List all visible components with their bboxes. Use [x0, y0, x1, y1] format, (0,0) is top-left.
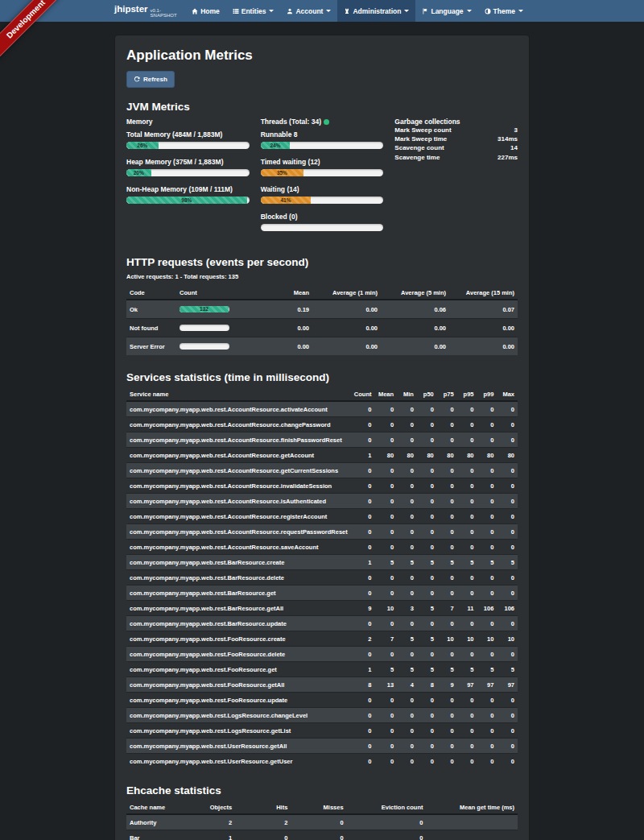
- table-cell: 0: [397, 478, 417, 494]
- column-header: Misses: [291, 801, 346, 814]
- table-cell: 97: [457, 677, 477, 693]
- service-statistics-row: com.mycompany.myapp.web.rest.BarResource…: [126, 601, 518, 616]
- table-cell: com.mycompany.myapp.web.rest.UserResourc…: [126, 739, 351, 754]
- http-table-header-row: CodeCountMeanAverage (1 min)Average (5 m…: [126, 287, 518, 300]
- gc-value: 3: [514, 126, 518, 134]
- table-cell: 11: [457, 601, 477, 616]
- column-header: Average (1 min): [312, 287, 381, 300]
- nav-item-language[interactable]: Language: [415, 0, 477, 22]
- table-cell: 0: [457, 540, 477, 555]
- nav-item-administration[interactable]: Administration: [337, 0, 415, 22]
- table-cell: 0: [417, 478, 437, 494]
- table-cell: 10: [374, 601, 397, 616]
- progress-bar-fill: 98%: [126, 197, 247, 204]
- table-cell: 0: [437, 647, 457, 662]
- table-cell: 0: [457, 708, 477, 723]
- gc-column: Garbage collections Mark Sweep count3Mar…: [394, 118, 518, 240]
- table-cell: 0: [351, 739, 375, 754]
- column-header: Count: [176, 287, 244, 300]
- table-cell: 8: [351, 677, 375, 693]
- service-statistics-row: com.mycompany.myapp.web.rest.AccountReso…: [126, 417, 518, 432]
- table-cell: 0: [397, 417, 417, 432]
- jvm-metric: Runnable 824%: [261, 130, 384, 149]
- table-cell: 0: [374, 708, 397, 723]
- table-cell: 0: [457, 616, 477, 631]
- table-cell: 0: [374, 647, 397, 662]
- table-cell: 0.00: [381, 337, 449, 356]
- table-cell: com.mycompany.myapp.web.rest.FooResource…: [126, 677, 351, 693]
- table-cell: com.mycompany.myapp.web.rest.BarResource…: [126, 570, 351, 586]
- nav-item-label: Administration: [353, 7, 401, 15]
- progress-bar: [180, 325, 229, 331]
- table-cell: 0: [437, 739, 457, 754]
- nav-item-theme[interactable]: Theme: [478, 0, 530, 22]
- services-statistics-heading: Services statistics (time in millisecond…: [126, 371, 518, 383]
- nav-item-label: Entities: [242, 7, 266, 15]
- nav-item-entities[interactable]: Entities: [226, 0, 281, 22]
- service-statistics-row: com.mycompany.myapp.web.rest.AccountReso…: [126, 478, 518, 494]
- table-cell: 0: [417, 708, 437, 723]
- table-cell: 4: [397, 677, 417, 693]
- gc-label: Mark Sweep time: [394, 134, 447, 143]
- table-cell: 0: [477, 647, 497, 662]
- metric-label: Total Memory (484M / 1,883M): [126, 130, 250, 139]
- table-cell: 0: [397, 524, 417, 540]
- table-cell: 0: [457, 417, 477, 432]
- table-cell: 0: [397, 432, 417, 448]
- jvm-metric: Non-Heap Memory (109M / 111M)98%: [126, 185, 250, 204]
- brand-link[interactable]: jhipster v0.1-SNAPSHOT: [114, 4, 185, 18]
- table-cell: 0: [397, 616, 417, 631]
- table-cell: 0: [351, 524, 375, 540]
- table-cell: com.mycompany.myapp.web.rest.BarResource…: [126, 555, 351, 570]
- table-cell: 0: [417, 693, 437, 708]
- http-request-row: Server Error0.000.000.000.00: [126, 337, 518, 356]
- table-cell: 0: [351, 401, 375, 417]
- table-cell: Bar: [126, 830, 180, 840]
- progress-bar-fill: 24%: [261, 142, 291, 149]
- table-cell: 10: [457, 631, 477, 647]
- table-cell: 5: [437, 662, 457, 677]
- table-cell: 5: [437, 555, 457, 570]
- nav-item-home[interactable]: Home: [185, 0, 226, 22]
- table-cell: 0: [374, 693, 397, 708]
- table-cell: 0: [351, 478, 375, 494]
- table-cell: 0: [437, 570, 457, 586]
- progress-bar-fill: 26%: [126, 142, 159, 149]
- table-cell: 0: [497, 540, 518, 555]
- table-cell: 0: [374, 540, 397, 555]
- table-cell: 7: [374, 631, 397, 647]
- http-requests-heading: HTTP requests (events per second): [126, 256, 518, 268]
- service-statistics-row: com.mycompany.myapp.web.rest.FooResource…: [126, 677, 518, 693]
- table-cell: com.mycompany.myapp.web.rest.FooResource…: [126, 647, 351, 662]
- metric-label: Timed waiting (12): [261, 158, 384, 166]
- progress-bar-fill: 35%: [261, 169, 303, 176]
- table-cell: 0.06: [381, 300, 449, 319]
- table-cell: 0: [477, 478, 497, 494]
- table-cell: 10: [497, 631, 518, 647]
- refresh-button[interactable]: Refresh: [126, 71, 175, 88]
- service-statistics-row: com.mycompany.myapp.web.rest.AccountReso…: [126, 448, 518, 463]
- gc-label: Mark Sweep count: [394, 126, 451, 134]
- table-cell: 0: [351, 540, 375, 555]
- service-statistics-row: com.mycompany.myapp.web.rest.UserResourc…: [126, 754, 518, 769]
- http-request-row: Not found0.000.000.000.00: [126, 319, 518, 337]
- table-cell: 0: [351, 693, 375, 708]
- table-cell: 0: [497, 524, 518, 540]
- nav-item-account[interactable]: Account: [280, 0, 337, 22]
- table-cell: 0: [417, 723, 437, 739]
- table-cell: 0: [457, 586, 477, 601]
- table-cell: 0: [437, 494, 457, 509]
- services-statistics-table: Service nameCountMeanMinp50p75p95p99Max …: [126, 388, 518, 768]
- table-cell: 0: [417, 570, 437, 586]
- table-cell: 0: [457, 478, 477, 494]
- table-cell: 0: [351, 723, 375, 739]
- table-cell: com.mycompany.myapp.web.rest.LogsResourc…: [126, 723, 351, 739]
- table-cell: 0: [397, 494, 417, 509]
- table-cell: 0: [351, 586, 375, 601]
- table-cell: 0: [351, 647, 375, 662]
- table-cell: 0: [437, 509, 457, 524]
- jvm-metric: Timed waiting (12)35%: [261, 158, 384, 176]
- service-statistics-row: com.mycompany.myapp.web.rest.BarResource…: [126, 570, 518, 586]
- table-cell: 0: [374, 586, 397, 601]
- table-cell: 0: [497, 708, 518, 723]
